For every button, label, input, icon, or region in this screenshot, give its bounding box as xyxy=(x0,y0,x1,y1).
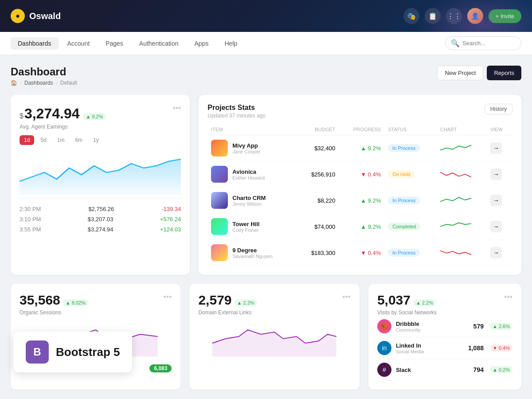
breadcrumb-default: Default xyxy=(60,80,77,86)
nav-right: 🎭 📋 ⋮⋮ 👤 + Invite xyxy=(403,8,521,24)
history-button[interactable]: History xyxy=(485,104,512,114)
page-header: Dashboard 🏠 › Dashboards › Default New P… xyxy=(11,66,521,86)
earnings-currency: $ xyxy=(20,112,23,120)
table-row: Mivy App Jane Cooper $32,400 ▲ 9.2% In P… xyxy=(207,135,512,161)
new-project-button[interactable]: New Project xyxy=(437,66,483,80)
menu-item-apps[interactable]: Apps xyxy=(188,37,216,50)
brand: ● Oswald xyxy=(11,9,61,23)
domain-links-value: 2,579 xyxy=(198,293,231,308)
social-badge: ▲ 2.2% xyxy=(413,299,436,306)
header-buttons: New Project Reports xyxy=(437,66,521,80)
row-nav-button[interactable]: → xyxy=(490,168,502,180)
time-tab-1y[interactable]: 1y xyxy=(89,135,103,145)
earnings-amount: 3,274.94 xyxy=(24,106,80,122)
time-tab-5d[interactable]: 5d xyxy=(36,135,51,145)
breadcrumb: 🏠 › Dashboards › Default xyxy=(11,80,77,86)
earnings-row-3: 3:55 PM $3,274.94 +124.03 xyxy=(20,224,181,235)
menu-item-help[interactable]: Help xyxy=(217,37,244,50)
time-tabs: 1d 5d 1m 6m 1y xyxy=(20,135,181,145)
social-items: 🏀 Dribbble Community 579 ▲ 2.6% in Linke… xyxy=(377,316,512,381)
page-title-section: Dashboard 🏠 › Dashboards › Default xyxy=(11,66,77,86)
reports-button[interactable]: Reports xyxy=(487,66,521,80)
earnings-card: ••• $ 3,274.94 ▲ 9.2% Avg. Agent Earning… xyxy=(11,95,190,275)
country-value: 6,083 xyxy=(149,364,172,372)
menu-item-pages[interactable]: Pages xyxy=(98,37,130,50)
bootstrap-icon: B xyxy=(26,340,49,364)
domain-links-card: ••• 2,579 ▲ 2.2% Domain External Links xyxy=(189,284,359,390)
col-item: ITEM xyxy=(207,124,297,135)
menu-item-authentication[interactable]: Authentication xyxy=(132,37,186,50)
earnings-row-2: 3:10 PM $3,207.03 +576.24 xyxy=(20,214,181,224)
invite-button[interactable]: + Invite xyxy=(489,9,521,23)
table-row: Charto CRM Jenny Wilson $8,220 ▲ 9.2% In… xyxy=(207,188,512,214)
social-more-button[interactable]: ••• xyxy=(504,293,512,302)
organic-sessions-label: Organic Sessions xyxy=(20,309,172,316)
time-tab-1m[interactable]: 1m xyxy=(53,135,69,145)
bootstrap-overlay: B Bootstrap 5 xyxy=(13,332,132,372)
organic-more-button[interactable]: ••• xyxy=(164,293,172,302)
projects-title: Projects Stats xyxy=(207,104,266,112)
nav-icon-clipboard[interactable]: 📋 xyxy=(425,8,441,24)
earnings-label: Avg. Agent Earnings xyxy=(20,124,181,130)
brand-icon: ● xyxy=(11,9,25,23)
table-row: Tower Hill Cody Fisher $74,000 ▲ 9.2% Co… xyxy=(207,214,512,240)
social-networks-card: ••• 5,037 ▲ 2.2% Visits by Social Networ… xyxy=(368,284,521,390)
domain-chart xyxy=(198,321,350,356)
social-item: 🏀 Dribbble Community 579 ▲ 2.6% xyxy=(377,316,512,337)
organic-sessions-value: 35,568 xyxy=(20,293,60,308)
earnings-row-1: 2:30 PM $2,756.26 -139.34 xyxy=(20,204,181,214)
table-row: 9 Degree Savannah Nguyen $183,300 ▼ 0.4%… xyxy=(207,240,512,266)
col-budget: BUDGET xyxy=(298,124,339,135)
row-nav-button[interactable]: → xyxy=(490,247,502,258)
earnings-chart xyxy=(20,150,181,195)
domain-more-button[interactable]: ••• xyxy=(342,293,351,302)
projects-card: Projects Stats Updated 37 minutes ago Hi… xyxy=(199,95,521,275)
projects-header: Projects Stats Updated 37 minutes ago Hi… xyxy=(207,104,512,119)
search-input[interactable] xyxy=(462,40,516,47)
nav-icon-share[interactable]: ⋮⋮ xyxy=(446,8,462,24)
time-tab-6m[interactable]: 6m xyxy=(70,135,87,145)
main-grid: ••• $ 3,274.94 ▲ 9.2% Avg. Agent Earning… xyxy=(11,95,521,275)
page-title: Dashboard xyxy=(11,66,77,78)
social-item: # Slack 794 ▲ 0.2% xyxy=(377,359,512,381)
col-status: STATUS xyxy=(384,124,436,135)
brand-name: Oswald xyxy=(29,11,61,21)
col-progress: PROGRESS xyxy=(339,124,384,135)
bootstrap-text: Bootstrap 5 xyxy=(56,345,120,359)
nav-icon-masks[interactable]: 🎭 xyxy=(403,8,419,24)
row-nav-button[interactable]: → xyxy=(490,195,502,206)
earnings-more-button[interactable]: ••• xyxy=(172,104,181,113)
social-value: 5,037 xyxy=(377,293,411,308)
domain-links-label: Domain External Links xyxy=(198,309,350,316)
projects-table: ITEM BUDGET PROGRESS STATUS CHART VIEW M… xyxy=(207,124,512,266)
col-view: VIEW xyxy=(487,124,512,135)
user-avatar[interactable]: 👤 xyxy=(467,8,483,24)
domain-links-badge: ▲ 2.2% xyxy=(235,299,257,306)
earnings-badge: ▲ 9.2% xyxy=(83,113,106,120)
menu-item-account[interactable]: Account xyxy=(60,37,97,50)
earnings-rows: 2:30 PM $2,756.26 -139.34 3:10 PM $3,207… xyxy=(20,198,181,235)
menu-bar: Dashboards Account Pages Authentication … xyxy=(0,32,532,55)
row-nav-button[interactable]: → xyxy=(490,142,502,154)
row-nav-button[interactable]: → xyxy=(490,221,502,232)
top-nav: ● Oswald 🎭 📋 ⋮⋮ 👤 + Invite xyxy=(0,0,532,32)
breadcrumb-home-icon: 🏠 xyxy=(11,80,17,86)
col-chart: CHART xyxy=(437,124,487,135)
social-item: in Linked In Social Media 1,088 ▼ 0.4% xyxy=(377,337,512,359)
search-box[interactable]: 🔍 xyxy=(445,36,521,50)
breadcrumb-dashboards[interactable]: Dashboards xyxy=(24,80,53,86)
search-icon: 🔍 xyxy=(451,39,460,47)
table-row: Avionica Esther Howard $256,910 ▼ 0.4% O… xyxy=(207,161,512,188)
menu-item-dashboards[interactable]: Dashboards xyxy=(11,37,59,50)
organic-sessions-badge: ▲ 8.02% xyxy=(63,299,88,306)
social-label: Visits by Social Networks xyxy=(377,309,512,316)
projects-subtitle: Updated 37 minutes ago xyxy=(207,113,266,119)
time-tab-1d[interactable]: 1d xyxy=(20,135,34,145)
